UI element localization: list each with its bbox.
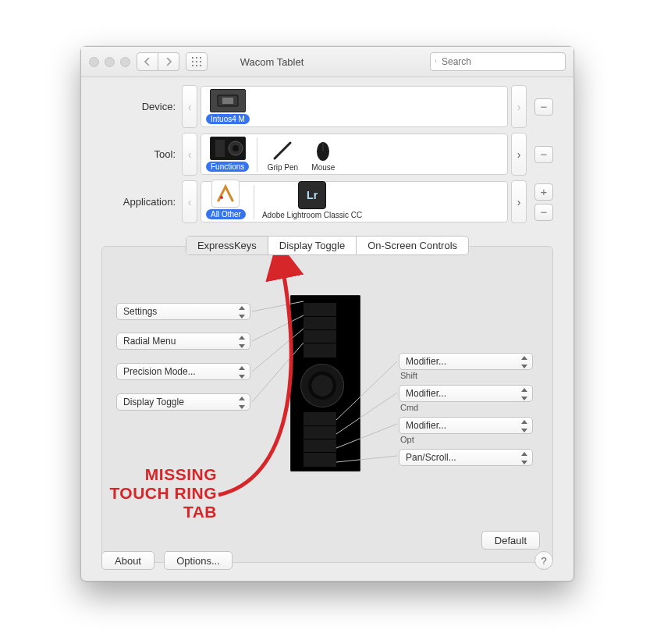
app-tray: All Other Lr Adobe Lightroom Classic CC (201, 181, 508, 222)
functions-icon (210, 137, 246, 160)
close-icon[interactable] (89, 57, 99, 67)
default-button[interactable]: Default (481, 531, 540, 550)
left-select-3-value: Precision Mode... (123, 366, 196, 377)
right-select-2-value: Modifier... (406, 388, 446, 399)
tool-row: Tool: ‹ Functions Grip Pen (101, 133, 553, 176)
app-item-lightroom[interactable]: Lr Adobe Lightroom Classic CC (262, 181, 362, 219)
tool-scroll-left[interactable]: ‹ (182, 133, 197, 176)
footer: About Options... ? (101, 551, 553, 570)
tab-bar: ExpressKeys Display Toggle On-Screen Con… (81, 236, 573, 255)
app-name-all-other: All Other (206, 209, 246, 219)
tablet-icon (210, 89, 246, 112)
annotation-line1: MISSING (96, 465, 217, 484)
left-select-3[interactable]: Precision Mode... (116, 363, 250, 380)
tool-name-pen: Grip Pen (268, 163, 298, 172)
application-label: Application: (101, 196, 182, 208)
tab-on-screen-controls[interactable]: On-Screen Controls (357, 237, 468, 254)
svg-rect-12 (222, 98, 233, 104)
app-name-lightroom: Adobe Lightroom Classic CC (262, 211, 362, 219)
svg-rect-14 (215, 140, 225, 157)
annotation-line2: TOUCH RING (96, 484, 217, 503)
app-scroll-left[interactable]: ‹ (182, 180, 197, 223)
search-input[interactable] (440, 55, 560, 68)
device-item[interactable]: Intuos4 M (206, 89, 250, 124)
svg-line-17 (275, 143, 290, 158)
tool-item-pen[interactable]: Grip Pen (265, 140, 300, 172)
annotation-text: MISSING TOUCH RING TAB (96, 465, 217, 521)
divider (257, 137, 257, 172)
tool-tray: Functions Grip Pen Mouse (201, 133, 508, 175)
help-icon: ? (541, 555, 546, 567)
annotation-line3: TAB (96, 503, 217, 521)
minimize-icon[interactable] (105, 57, 115, 67)
tool-item-functions[interactable]: Functions (206, 137, 249, 172)
options-button-label: Options... (176, 555, 220, 567)
about-button[interactable]: About (101, 551, 154, 570)
right-select-2[interactable]: Modifier... (399, 385, 533, 402)
right-select-1-sublabel: Shift (400, 371, 417, 380)
tool-scroll-right[interactable]: › (511, 133, 527, 176)
tab-expresskeys[interactable]: ExpressKeys (186, 237, 268, 254)
tool-name-mouse: Mouse (311, 163, 335, 172)
right-select-3-value: Modifier... (406, 420, 446, 431)
app-add-button[interactable]: + (534, 183, 553, 201)
right-select-1[interactable]: Modifier... (399, 353, 533, 370)
lightroom-icon: Lr (298, 181, 326, 209)
left-select-4-value: Display Toggle (123, 397, 184, 407)
right-select-3-sublabel: Opt (400, 435, 414, 444)
selector-area: Device: ‹ Intuos4 M › − Tool: ‹ (81, 77, 573, 233)
tab-display-toggle[interactable]: Display Toggle (268, 237, 357, 254)
device-remove-button[interactable]: − (534, 98, 553, 116)
right-select-4-value: Pan/Scroll... (406, 452, 456, 463)
device-row: Device: ‹ Intuos4 M › − (101, 85, 553, 128)
device-scroll-left[interactable]: ‹ (182, 85, 197, 128)
tool-name-functions: Functions (206, 162, 249, 172)
device-scroll-right[interactable]: › (511, 85, 527, 128)
right-select-2-sublabel: Cmd (400, 403, 418, 412)
tablet-graphic (290, 295, 360, 471)
app-remove-button[interactable]: − (534, 204, 553, 221)
tool-remove-button[interactable]: − (534, 146, 553, 163)
divider (254, 185, 254, 219)
help-button[interactable]: ? (534, 551, 553, 570)
app-scroll-right[interactable]: › (511, 180, 527, 223)
options-button[interactable]: Options... (164, 551, 233, 570)
application-row: Application: ‹ All Other Lr Adobe Lightr… (101, 180, 553, 223)
right-select-3[interactable]: Modifier... (399, 417, 533, 434)
left-select-2[interactable]: Radial Menu (116, 333, 250, 350)
right-select-4[interactable]: Pan/Scroll... (399, 449, 533, 466)
app-item-all-other[interactable]: All Other (206, 180, 246, 219)
search-icon (435, 57, 436, 66)
all-other-icon (211, 180, 240, 208)
left-select-2-value: Radial Menu (123, 336, 176, 347)
device-tray: Intuos4 M (201, 86, 508, 127)
default-button-label: Default (495, 535, 527, 546)
left-select-1-value: Settings (123, 306, 157, 317)
left-select-1[interactable]: Settings (116, 303, 250, 320)
right-select-1-value: Modifier... (406, 356, 446, 367)
touch-ring-graphic (300, 364, 344, 407)
key-block-top (304, 303, 336, 358)
device-name: Intuos4 M (206, 114, 250, 124)
key-block-bottom (304, 412, 336, 467)
left-select-4[interactable]: Display Toggle (116, 393, 250, 411)
mouse-icon (306, 140, 340, 162)
tool-item-mouse[interactable]: Mouse (306, 140, 340, 172)
svg-point-16 (233, 145, 239, 151)
device-label: Device: (101, 101, 182, 112)
tool-label: Tool: (101, 148, 182, 160)
titlebar: Wacom Tablet (81, 47, 573, 77)
pen-icon (265, 140, 300, 162)
search-field[interactable] (430, 52, 566, 71)
window-title: Wacom Tablet (120, 56, 424, 68)
about-button-label: About (115, 555, 141, 567)
svg-point-20 (220, 196, 223, 199)
